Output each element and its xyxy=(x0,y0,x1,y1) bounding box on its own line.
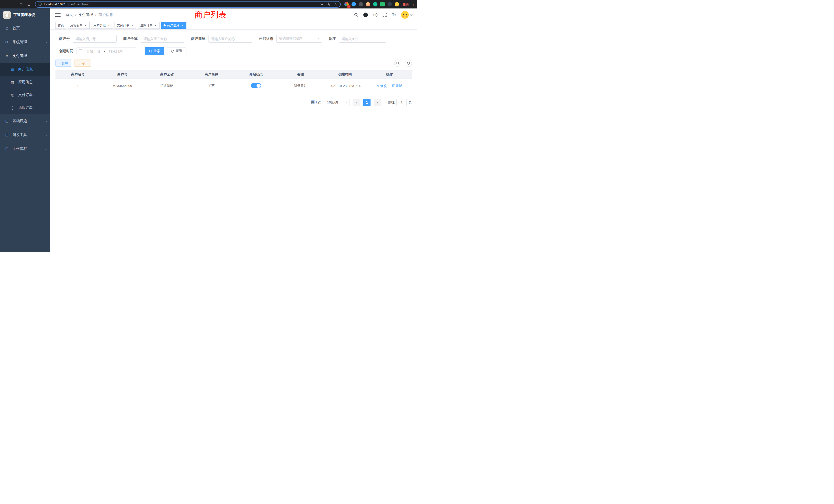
page-size-select[interactable]: 10条/页 xyxy=(325,99,349,106)
export-button[interactable]: 导出 xyxy=(74,60,91,67)
edit-link[interactable]: ✎ 修改 xyxy=(377,84,387,88)
col-merchant-name: 商户全称 xyxy=(145,70,189,78)
sidebar-item-label: 退款订单 xyxy=(18,106,32,110)
payment-submenu: ▤ 商户信息 ▦ 应用信息 ◎ 支付订单 ▯ 退款订单 xyxy=(0,63,50,114)
font-size-icon[interactable]: TT xyxy=(392,13,396,17)
extension-icon[interactable] xyxy=(352,2,356,6)
chevron-down-icon xyxy=(410,13,412,16)
sidebar-item-label: 商户信息 xyxy=(18,67,32,72)
date-end-input[interactable] xyxy=(106,49,126,53)
extension-icon[interactable] xyxy=(388,2,392,6)
extension-icon[interactable]: 10 xyxy=(344,2,349,6)
pagination-total-suffix: 条 xyxy=(318,100,322,104)
date-start-input[interactable] xyxy=(84,49,103,53)
page-number-button[interactable]: 1 xyxy=(363,99,371,106)
plus-icon: + xyxy=(59,62,61,65)
breadcrumb-item[interactable]: 首页 xyxy=(66,13,73,17)
date-range-picker[interactable]: - xyxy=(76,47,136,55)
tab-user-group[interactable]: 用户分组 × xyxy=(91,22,113,29)
fullscreen-icon[interactable] xyxy=(382,13,387,17)
tab-label: 流程表单 xyxy=(70,23,83,28)
sidebar-menu: ⊙ 首页 ⚙ 系统管理 ¥ 支付管理 ▤ 商户信息 ▦ 应用信息 ◎ 支付订单 xyxy=(0,21,50,156)
sidebar-item-label: 系统管理 xyxy=(13,40,27,44)
bookmark-star-icon[interactable]: ☆ xyxy=(334,2,337,6)
goto-page-input[interactable] xyxy=(396,99,407,106)
reset-button[interactable]: 重置 xyxy=(167,47,186,55)
sidebar-item-workflow[interactable]: ⊞ 工作流程 xyxy=(0,142,50,156)
tab-label: 商户信息 xyxy=(167,23,179,28)
search-button[interactable]: 搜索 xyxy=(145,47,164,55)
col-create-time: 创建时间 xyxy=(323,70,368,78)
active-tab-dot xyxy=(163,24,166,26)
tab-refund-order[interactable]: 退款订单 × xyxy=(138,22,160,29)
extension-icon[interactable] xyxy=(359,2,363,6)
cell-merchant-id: 1 xyxy=(56,78,100,93)
merchant-short-input[interactable] xyxy=(208,35,252,43)
merchant-name-input[interactable] xyxy=(141,35,184,43)
next-page-button[interactable]: › xyxy=(374,99,381,106)
tab-merchant-info[interactable]: 商户信息 × xyxy=(161,22,186,29)
chevron-down-icon xyxy=(318,37,320,39)
share-icon[interactable] xyxy=(327,3,330,6)
refresh-button[interactable] xyxy=(405,60,412,67)
delete-link[interactable]: 删除 xyxy=(392,83,402,88)
back-icon[interactable]: ← xyxy=(2,1,10,8)
sidebar-item-label: 支付管理 xyxy=(13,54,27,58)
sidebar-item-payment[interactable]: ¥ 支付管理 xyxy=(0,49,50,63)
toggle-search-button[interactable] xyxy=(394,60,401,67)
remark-input[interactable] xyxy=(339,35,386,43)
github-icon[interactable] xyxy=(363,13,368,17)
export-button-label: 导出 xyxy=(82,61,88,65)
merchant-no-input[interactable] xyxy=(73,35,116,43)
top-navbar: 首页 / 支付管理 / 商户信息 商户列表 ? TT xyxy=(50,8,417,21)
tab-process-form[interactable]: 流程表单 × xyxy=(68,22,90,29)
forward-icon[interactable]: → xyxy=(10,1,18,8)
close-icon[interactable]: × xyxy=(180,24,184,27)
menu-fold-icon[interactable] xyxy=(55,12,61,18)
status-select[interactable]: 请选择开启状态 xyxy=(276,35,322,43)
address-bar[interactable]: ⓘ localhost:1024 /pay/merchant ☆ xyxy=(35,1,341,8)
sidebar-item-app-info[interactable]: ▦ 应用信息 xyxy=(0,76,50,89)
extension-icon[interactable] xyxy=(380,2,385,6)
close-icon[interactable]: × xyxy=(107,24,111,27)
user-avatar-dropdown[interactable] xyxy=(401,11,412,19)
sidebar-item-infrastructure[interactable]: ⊡ 基础设施 xyxy=(0,114,50,128)
help-icon[interactable]: ? xyxy=(373,13,377,17)
extension-icon[interactable] xyxy=(366,2,370,6)
add-button[interactable]: + 新增 xyxy=(56,60,71,67)
sidebar-item-refund-order[interactable]: ▯ 退款订单 xyxy=(0,101,50,114)
search-icon[interactable] xyxy=(354,13,358,17)
tab-pay-order[interactable]: 支付订单 × xyxy=(114,22,136,29)
reload-icon[interactable]: ⟳ xyxy=(18,1,25,8)
sidebar-item-merchant-info[interactable]: ▤ 商户信息 xyxy=(0,63,50,76)
extension-icon[interactable] xyxy=(373,2,377,6)
profile-avatar-icon[interactable] xyxy=(395,2,399,6)
close-icon[interactable]: × xyxy=(84,24,87,27)
status-toggle[interactable] xyxy=(251,83,261,88)
sidebar-item-dev-tools[interactable]: ⊟ 研发工具 xyxy=(0,128,50,142)
app-logo[interactable]: 芋道管理系统 xyxy=(0,8,50,21)
chevron-down-icon xyxy=(44,133,46,137)
prev-page-button[interactable]: ‹ xyxy=(353,99,360,106)
sidebar-item-label: 基础设施 xyxy=(13,119,27,123)
document-icon: ▯ xyxy=(10,106,15,110)
breadcrumb-item[interactable]: 支付管理 xyxy=(79,13,93,17)
pagination-total-prefix: 共 xyxy=(311,100,314,104)
sidebar: 芋道管理系统 ⊙ 首页 ⚙ 系统管理 ¥ 支付管理 ▤ 商户信息 ▦ 应用信息 xyxy=(0,8,50,252)
breadcrumb-separator: / xyxy=(95,13,96,17)
close-icon[interactable]: × xyxy=(130,24,134,27)
sidebar-item-home[interactable]: ⊙ 首页 xyxy=(0,21,50,35)
sidebar-item-system[interactable]: ⚙ 系统管理 xyxy=(0,35,50,49)
site-info-icon[interactable]: ⓘ xyxy=(39,2,42,7)
browser-update-button[interactable]: 更新 xyxy=(403,2,409,7)
gear-icon: ⚙ xyxy=(5,40,9,44)
dashboard-icon: ⊙ xyxy=(5,26,9,30)
sidebar-item-pay-order[interactable]: ◎ 支付订单 xyxy=(0,89,50,101)
card-icon: ▤ xyxy=(10,67,15,72)
page-size-value: 10条/页 xyxy=(327,100,338,105)
close-icon[interactable]: × xyxy=(154,24,157,27)
browser-menu-icon[interactable]: ⋮ xyxy=(411,2,415,7)
home-icon[interactable]: ⌂ xyxy=(25,1,33,8)
tab-home[interactable]: 首页 xyxy=(56,22,66,29)
password-key-icon[interactable] xyxy=(320,3,323,6)
